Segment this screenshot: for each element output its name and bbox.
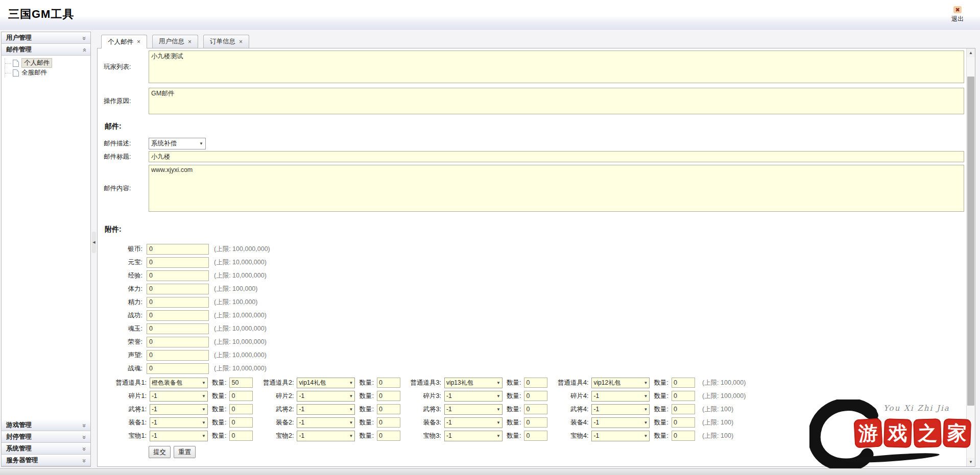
qty-label: 数量:	[212, 418, 226, 427]
qty-input[interactable]	[229, 431, 253, 441]
collapse-left-icon[interactable]: ◀	[92, 232, 96, 253]
qty-input[interactable]	[229, 391, 253, 401]
item-label: 普通道具2:	[255, 379, 294, 387]
scroll-down-icon[interactable]: ▼	[967, 458, 975, 466]
tab-close-icon[interactable]: ×	[188, 38, 192, 45]
item-select[interactable]: -1▼	[297, 431, 355, 441]
item-select-value: -1	[152, 432, 202, 439]
qty-input[interactable]	[229, 417, 253, 428]
qty-input[interactable]	[524, 417, 547, 428]
qty-input[interactable]	[672, 391, 695, 401]
chevron-down-icon[interactable]: »	[82, 35, 87, 41]
item-select[interactable]: vip14礼包▼	[297, 378, 355, 388]
item-label: 武将2:	[255, 405, 294, 414]
tab-item[interactable]: 订单信息×	[203, 35, 249, 48]
sidebar-panel-header[interactable]: 邮件管理»	[2, 44, 90, 56]
chevron-down-icon[interactable]: »	[82, 422, 87, 429]
item-select[interactable]: -1▼	[444, 391, 503, 402]
chevron-down-icon: ▼	[644, 381, 648, 385]
reset-button[interactable]: 重置	[174, 446, 196, 458]
item-select[interactable]: vip13礼包▼	[444, 378, 503, 388]
player-list-input[interactable]	[149, 51, 964, 83]
stat-input[interactable]	[147, 257, 209, 268]
scrollbar-thumb[interactable]	[967, 77, 974, 406]
qty-input[interactable]	[229, 404, 253, 414]
qty-input[interactable]	[672, 404, 695, 414]
qty-input[interactable]	[524, 391, 547, 401]
item-select[interactable]: -1▼	[150, 404, 208, 415]
sidebar-panel-header[interactable]: 封停管理»	[2, 431, 90, 443]
sidebar: 用户管理»邮件管理»个人邮件全服邮件游戏管理»封停管理»系统管理»服务器管理»	[1, 32, 91, 467]
submit-button[interactable]: 提交	[149, 446, 171, 458]
stat-input[interactable]	[147, 350, 209, 361]
chevron-down-icon[interactable]: »	[82, 446, 87, 452]
logout-label[interactable]: 退出	[946, 15, 969, 23]
qty-input[interactable]	[524, 431, 547, 441]
item-select[interactable]: -1▼	[591, 417, 650, 428]
qty-input[interactable]	[377, 417, 400, 428]
sidebar-panel-header[interactable]: 用户管理»	[2, 32, 90, 44]
item-select-value: 橙色装备包	[152, 379, 202, 387]
qty-input[interactable]	[524, 378, 547, 388]
reason-input[interactable]	[149, 88, 964, 114]
chevron-down-icon[interactable]: »	[82, 458, 87, 464]
tab-close-icon[interactable]: ×	[137, 38, 140, 45]
qty-input[interactable]	[672, 417, 695, 428]
tree-line	[5, 68, 12, 78]
item-select[interactable]: vip12礼包▼	[591, 378, 650, 388]
mail-content-input[interactable]	[149, 165, 964, 212]
button-row: 提交 重置	[149, 446, 965, 458]
stat-input[interactable]	[147, 297, 209, 308]
qty-input[interactable]	[524, 404, 547, 414]
qty-input[interactable]	[377, 391, 400, 401]
qty-input[interactable]	[377, 404, 400, 414]
item-select[interactable]: -1▼	[150, 431, 208, 441]
item-select[interactable]: -1▼	[297, 404, 355, 415]
stat-input[interactable]	[147, 270, 209, 281]
item-select[interactable]: -1▼	[444, 431, 503, 441]
chevron-down-icon[interactable]: »	[82, 434, 87, 440]
player-list-row: 玩家列表:	[104, 51, 965, 83]
item-select[interactable]: -1▼	[297, 391, 355, 402]
chevron-up-icon[interactable]: »	[82, 47, 87, 53]
stat-input[interactable]	[147, 244, 209, 255]
tree-item[interactable]: 个人邮件	[5, 58, 81, 68]
sidebar-panel-header[interactable]: 服务器管理»	[2, 455, 90, 466]
stat-input[interactable]	[147, 363, 209, 374]
item-select[interactable]: -1▼	[297, 417, 355, 428]
vertical-scrollbar[interactable]: ▲ ▼	[966, 48, 975, 466]
qty-input[interactable]	[229, 378, 253, 388]
stat-input[interactable]	[147, 323, 209, 334]
mail-title-input[interactable]	[149, 151, 964, 162]
item-select[interactable]: 橙色装备包▼	[150, 378, 208, 388]
qty-input[interactable]	[377, 431, 400, 441]
logout-button[interactable]: ✖ 退出	[946, 6, 969, 23]
item-select[interactable]: -1▼	[591, 404, 650, 415]
body: 用户管理»邮件管理»个人邮件全服邮件游戏管理»封停管理»系统管理»服务器管理» …	[0, 32, 980, 468]
sidebar-splitter[interactable]: ◀	[91, 32, 97, 467]
stat-input[interactable]	[147, 284, 209, 294]
item-cell: 武将3:-1▼数量:	[402, 404, 547, 415]
tab-item[interactable]: 用户信息×	[152, 35, 198, 48]
stat-input[interactable]	[147, 337, 209, 347]
stat-input[interactable]	[147, 310, 209, 321]
stat-limit-hint: (上限: 10,000,000)	[214, 311, 267, 320]
item-select[interactable]: -1▼	[444, 404, 503, 415]
tab-active[interactable]: 个人邮件×	[101, 35, 147, 48]
item-select[interactable]: -1▼	[591, 391, 650, 402]
mail-desc-select[interactable]: 系统补偿 ▼	[149, 138, 206, 149]
item-select[interactable]: -1▼	[444, 417, 503, 428]
logout-x-icon[interactable]: ✖	[953, 6, 961, 13]
sidebar-panel-header[interactable]: 系统管理»	[2, 443, 90, 455]
qty-input[interactable]	[377, 378, 400, 388]
scroll-up-icon[interactable]: ▲	[967, 48, 975, 57]
item-select[interactable]: -1▼	[150, 391, 208, 402]
item-select[interactable]: -1▼	[150, 417, 208, 428]
item-select[interactable]: -1▼	[591, 431, 650, 441]
attachment-stats: 银币:(上限: 100,000,000)元宝:(上限: 10,000,000)经…	[104, 242, 965, 375]
qty-input[interactable]	[672, 378, 695, 388]
tree-item[interactable]: 全服邮件	[5, 68, 81, 78]
tab-close-icon[interactable]: ×	[239, 38, 243, 45]
qty-input[interactable]	[672, 431, 695, 441]
sidebar-panel-header[interactable]: 游戏管理»	[2, 419, 90, 431]
